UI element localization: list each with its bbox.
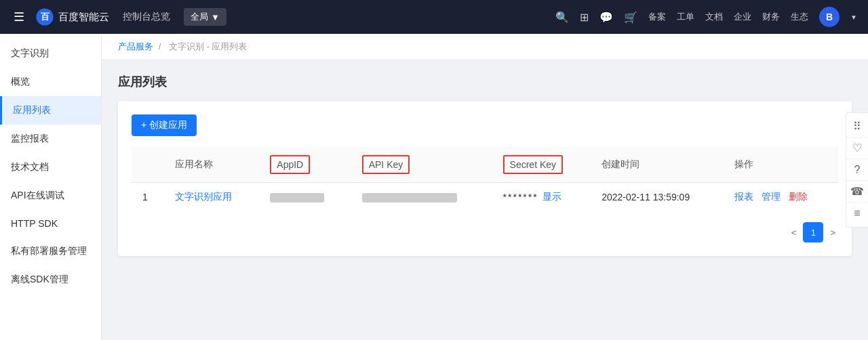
show-secret-key-button[interactable]: 显示 <box>542 191 561 203</box>
apps-icon[interactable]: ⊞ <box>580 11 589 24</box>
topnav-right: 🔍 ⊞ 💬 🛒 备案 工单 文档 企业 财务 生态 B ▼ <box>555 7 857 27</box>
col-secret-key: Secret Key <box>492 147 591 183</box>
main: 产品服务 / 文字识别 - 应用列表 应用列表 + 创建应用 应用名称 AppI… <box>102 34 868 340</box>
chevron-down-icon: ▼ <box>211 12 220 22</box>
svg-text:百: 百 <box>41 12 50 22</box>
breadcrumb: 产品服务 / 文字识别 - 应用列表 <box>102 34 868 60</box>
sidebar-item-offline-sdk[interactable]: 离线SDK管理 <box>0 265 101 294</box>
region-label: 全局 <box>191 11 208 23</box>
col-appid: AppID <box>259 147 351 183</box>
control-overview[interactable]: 控制台总览 <box>117 11 176 23</box>
col-actions: 操作 <box>724 147 838 183</box>
float-favorite-icon[interactable]: ♡ <box>846 137 868 159</box>
search-icon[interactable]: 🔍 <box>555 11 569 24</box>
avatar-chevron-icon[interactable]: ▼ <box>850 14 857 21</box>
nav-caiwu[interactable]: 财务 <box>762 11 780 23</box>
col-index <box>132 147 164 183</box>
float-phone-icon[interactable]: ☎ <box>846 181 868 203</box>
layout: 文字识别 概览 应用列表 监控报表 技术文档 API在线调试 HTTP SDK … <box>0 34 868 340</box>
row-created-time: 2022-02-11 13:59:09 <box>591 183 724 212</box>
sidebar-item-tech-docs[interactable]: 技术文档 <box>0 153 101 182</box>
apikey-header: API Key <box>362 155 410 174</box>
create-app-button[interactable]: + 创建应用 <box>132 114 197 136</box>
baidu-logo-icon: 百 <box>35 7 54 26</box>
action-manage[interactable]: 管理 <box>762 191 781 202</box>
pagination: < 1 > <box>132 222 838 242</box>
float-menu-icon[interactable]: ≡ <box>846 203 868 224</box>
region-selector[interactable]: 全局 ▼ <box>184 8 226 26</box>
breadcrumb-current: 文字识别 - 应用列表 <box>169 41 248 51</box>
hamburger-icon[interactable]: ☰ <box>11 7 27 27</box>
secret-key-stars: ******* <box>503 192 538 203</box>
breadcrumb-separator-1: / <box>159 41 163 51</box>
pagination-page-1[interactable]: 1 <box>803 222 823 242</box>
row-appid <box>259 183 351 212</box>
row-api-key <box>351 183 492 212</box>
breadcrumb-product-service[interactable]: 产品服务 <box>118 41 153 51</box>
row-secret-key: ******* 显示 <box>492 183 591 212</box>
col-created-time: 创建时间 <box>591 147 724 183</box>
action-delete[interactable]: 删除 <box>789 191 808 202</box>
sidebar-item-private-deploy[interactable]: 私有部署服务管理 <box>0 237 101 265</box>
app-table: 应用名称 AppID API Key Secret Key 创建时间 <box>132 147 838 211</box>
float-grid-icon[interactable]: ⠿ <box>846 116 868 137</box>
sidebar-item-api-debug[interactable]: API在线调试 <box>0 182 101 210</box>
float-help-icon[interactable]: ? <box>846 159 868 181</box>
sidebar-item-app-list[interactable]: 应用列表 <box>0 96 101 125</box>
nav-gongdan[interactable]: 工单 <box>677 11 694 23</box>
sidebar-item-monitor[interactable]: 监控报表 <box>0 125 101 153</box>
col-app-name: 应用名称 <box>164 147 259 183</box>
appid-header: AppID <box>270 155 310 174</box>
sidebar: 文字识别 概览 应用列表 监控报表 技术文档 API在线调试 HTTP SDK … <box>0 34 102 340</box>
nav-wendang[interactable]: 文档 <box>705 11 723 23</box>
sidebar-item-ocr-title[interactable]: 文字识别 <box>0 39 101 68</box>
user-avatar[interactable]: B <box>819 7 840 27</box>
appid-value <box>270 193 324 203</box>
pagination-next[interactable]: > <box>827 225 838 240</box>
row-app-name: 文字识别应用 <box>164 183 259 212</box>
cart-icon[interactable]: 🛒 <box>624 11 637 24</box>
sidebar-item-http-sdk[interactable]: HTTP SDK <box>0 210 101 237</box>
right-float-toolbar: ⠿ ♡ ? ☎ ≡ <box>846 112 868 228</box>
topnav: ☰ 百 百度智能云 控制台总览 全局 ▼ 🔍 ⊞ 💬 🛒 备案 工单 文档 企业… <box>0 0 868 34</box>
sidebar-item-overview[interactable]: 概览 <box>0 68 101 96</box>
table-row: 1 文字识别应用 * <box>132 183 838 212</box>
apikey-value <box>362 193 457 203</box>
message-icon[interactable]: 💬 <box>599 11 613 24</box>
content: 应用列表 + 创建应用 应用名称 AppID API Key <box>102 60 868 340</box>
secret-key-display: ******* 显示 <box>503 191 580 203</box>
logo-text: 百度智能云 <box>58 11 109 24</box>
app-name-link[interactable]: 文字识别应用 <box>175 191 232 202</box>
pagination-prev[interactable]: < <box>789 225 800 240</box>
nav-shengta[interactable]: 生态 <box>791 11 808 23</box>
row-actions: 报表 管理 删除 <box>724 183 838 212</box>
row-index: 1 <box>132 183 164 212</box>
nav-qiye[interactable]: 企业 <box>734 11 751 23</box>
action-report[interactable]: 报表 <box>734 191 753 202</box>
app-list-card: + 创建应用 应用名称 AppID API Key <box>118 101 852 256</box>
logo: 百 百度智能云 <box>35 7 109 26</box>
secretkey-header: Secret Key <box>503 155 563 174</box>
col-api-key: API Key <box>351 147 492 183</box>
page-title: 应用列表 <box>118 74 852 90</box>
nav-beian[interactable]: 备案 <box>648 11 666 23</box>
